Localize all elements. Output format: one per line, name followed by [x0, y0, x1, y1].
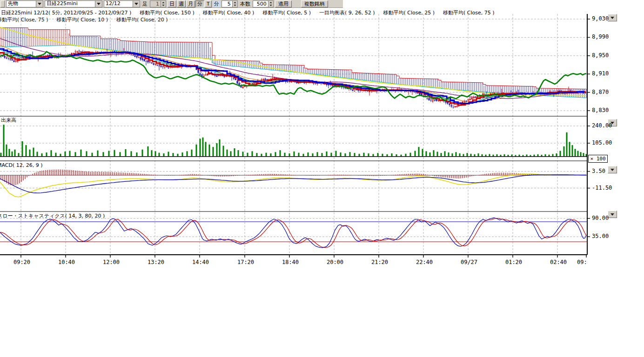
- price-axis-label: 8,870: [592, 89, 609, 95]
- stoch-axis-label: 90.00: [592, 215, 609, 221]
- chart-canvas[interactable]: [0, 0, 644, 357]
- time-axis-label: 22:40: [415, 259, 434, 265]
- price-axis-label: 8,990: [592, 33, 609, 40]
- time-axis-label: 09:20: [13, 259, 31, 265]
- volume-axis-label: 240.00: [592, 122, 612, 129]
- chevron-down-icon: [610, 169, 614, 171]
- time-axis-label: 02:40: [549, 259, 568, 265]
- price-axis-label: 8,950: [592, 52, 609, 59]
- time-axis-label: 14:40: [191, 259, 210, 265]
- time-axis-label: 01:20: [504, 259, 523, 265]
- macd-pane-title: MACD( 12, 26, 9 ): [0, 162, 43, 168]
- time-axis-label: 10:40: [57, 259, 76, 265]
- time-axis-label: 13:20: [147, 259, 165, 265]
- chevron-down-icon: [610, 213, 614, 216]
- time-axis-label: 20:00: [326, 259, 344, 265]
- time-axis-label: 18:40: [281, 259, 300, 265]
- price-axis-label: 8,830: [592, 107, 609, 113]
- price-axis-label: 8,910: [592, 70, 609, 77]
- stoch-axis-label: 35.00: [592, 233, 609, 239]
- time-axis-label: 21:20: [370, 259, 389, 265]
- price-pane-scale-dropdown[interactable]: [608, 14, 617, 21]
- stoch-pane-title: スロー・ストキャスティクス( 14, 3, 80, 20 ): [0, 212, 105, 219]
- price-axis-label: 9,030: [592, 15, 609, 22]
- chevron-down-icon: [610, 17, 614, 19]
- macd-axis-label: -11.50: [592, 185, 612, 191]
- time-axis-label: 17:20: [236, 259, 255, 265]
- volume-axis-label: 105.00: [592, 139, 612, 146]
- macd-pane-scale-dropdown[interactable]: [608, 166, 617, 173]
- time-axis-label: 09/27: [460, 259, 478, 265]
- stoch-pane-scale-dropdown[interactable]: [608, 211, 617, 218]
- time-axis-label: 09:: [577, 259, 587, 265]
- volume-pane-title: 出来高: [1, 117, 16, 124]
- volume-multiplier-box: × 100: [588, 155, 608, 163]
- trading-app-window: 先物 日経225mini 12/12 足 1 日週月分T 分 5 本数 500 …: [0, 0, 644, 357]
- macd-axis-label: 3.50: [592, 168, 605, 174]
- time-axis-label: 12:00: [102, 259, 121, 265]
